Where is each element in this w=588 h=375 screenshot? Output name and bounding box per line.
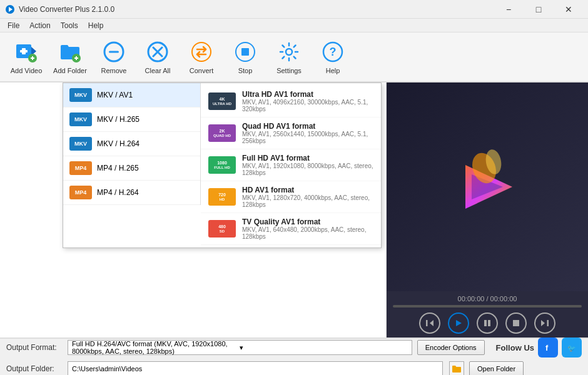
format-badge-mkv-h264: MKV — [69, 137, 92, 151]
format-item-mp4-h265[interactable]: MP4 MP4 / H.265 — [63, 156, 200, 181]
quality-badge-4k: 4KULTRA HD — [208, 92, 236, 110]
svg-rect-28 — [426, 320, 428, 326]
quality-list: 4KULTRA HD Ultra HD AV1 format MKV, AV1,… — [201, 83, 381, 248]
svg-point-17 — [192, 42, 211, 61]
format-item-mp4-h264[interactable]: MP4 MP4 / H.264 — [63, 181, 200, 205]
format-popup: MKV MKV / AV1 MKV MKV / H.265 MKV MKV / … — [63, 82, 382, 248]
settings-button[interactable]: Settings — [268, 34, 310, 79]
next-button[interactable] — [534, 312, 555, 334]
output-format-row: Output Format: Full HD H.264/AVC format … — [6, 338, 582, 358]
open-folder-button[interactable]: Open Folder — [469, 361, 524, 375]
format-badge-mp4-h264: MP4 — [69, 186, 92, 199]
quality-badge-720: 720HD — [208, 188, 236, 206]
playback-controls — [393, 312, 582, 334]
remove-button[interactable]: Remove — [93, 34, 135, 79]
maximize-button[interactable]: □ — [524, 0, 553, 19]
svg-text:?: ? — [330, 46, 337, 58]
quality-info-720: HD AV1 format MKV, AV1, 1280x720, 4000kb… — [242, 186, 373, 208]
format-badge-mp4-h265: MP4 — [69, 161, 92, 175]
quality-desc-1080: MKV, AV1, 1920x1080, 8000kbps, AAC, ster… — [242, 162, 373, 176]
settings-label: Settings — [276, 67, 302, 74]
app-logo — [450, 149, 525, 224]
svg-marker-27 — [430, 320, 433, 326]
remove-label: Remove — [101, 67, 127, 74]
convert-button[interactable]: Convert — [180, 34, 223, 79]
follow-us-label: Follow Us — [496, 343, 534, 352]
svg-point-20 — [286, 49, 292, 55]
menu-help[interactable]: Help — [83, 20, 109, 31]
browse-folder-button[interactable] — [449, 361, 464, 375]
add-folder-button[interactable]: Add Folder — [49, 34, 91, 79]
settings-icon — [276, 39, 302, 64]
title-bar: Video Converter Plus 2.1.0.0 − □ ✕ — [0, 0, 588, 19]
toolbar: Add Video Add Folder Remove — [0, 32, 588, 82]
close-button[interactable]: ✕ — [554, 0, 583, 19]
quality-badge-1080: 1080FULL HD — [208, 156, 236, 174]
format-item-mkv-h265[interactable]: MKV MKV / H.265 — [63, 108, 200, 132]
quality-title-2k: Quad HD AV1 format — [242, 122, 373, 131]
quality-item-1080[interactable]: 1080FULL HD Full HD AV1 format MKV, AV1,… — [201, 149, 381, 181]
play-button[interactable] — [448, 312, 469, 334]
minimize-button[interactable]: − — [494, 0, 523, 19]
svg-rect-31 — [488, 320, 490, 326]
svg-rect-34 — [547, 320, 549, 326]
format-badge-mkv-h265: MKV — [69, 112, 92, 126]
clear-all-label: Clear All — [145, 67, 171, 74]
format-name-mp4-h264: MP4 / H.264 — [97, 188, 139, 197]
twitter-button[interactable]: 🐦 — [562, 338, 582, 358]
quality-item-4k[interactable]: 4KULTRA HD Ultra HD AV1 format MKV, AV1,… — [201, 86, 381, 118]
output-folder-value: C:\Users\admin\Videos — [72, 365, 142, 372]
svg-rect-5 — [20, 50, 28, 52]
add-video-label: Add Video — [11, 67, 43, 74]
output-folder-input[interactable]: C:\Users\admin\Videos — [68, 361, 443, 375]
prev-button[interactable] — [419, 312, 440, 334]
svg-marker-33 — [541, 320, 545, 326]
format-name-mkv-av1: MKV / AV1 — [97, 91, 133, 99]
svg-rect-30 — [484, 320, 487, 326]
encoder-options-button[interactable]: Encoder Options — [417, 340, 485, 355]
svg-text:🐦: 🐦 — [567, 344, 576, 352]
app-icon — [5, 4, 15, 14]
facebook-button[interactable]: f — [538, 338, 558, 358]
format-item-mkv-h264[interactable]: MKV MKV / H.264 — [63, 132, 200, 156]
output-folder-label: Output Folder: — [6, 364, 63, 373]
file-panel: MKV MKV / AV1 MKV MKV / H.265 MKV MKV / … — [0, 82, 387, 338]
output-format-label: Output Format: — [6, 343, 63, 352]
clear-all-icon — [145, 39, 170, 64]
menu-file[interactable]: File — [3, 20, 24, 31]
stop-button[interactable]: Stop — [224, 34, 266, 79]
menu-tools[interactable]: Tools — [56, 20, 83, 31]
format-item-mkv-av1[interactable]: MKV MKV / AV1 — [63, 83, 200, 108]
quality-item-720[interactable]: 720HD HD AV1 format MKV, AV1, 1280x720, … — [201, 181, 381, 213]
quality-title-1080: Full HD AV1 format — [242, 154, 373, 162]
quality-desc-2k: MKV, AV1, 2560x1440, 15000kbps, AAC, 5.1… — [242, 131, 373, 144]
pause-button[interactable] — [477, 312, 498, 334]
menu-bar: File Action Tools Help — [0, 19, 588, 32]
stop-playback-button[interactable] — [505, 312, 527, 334]
svg-text:f: f — [545, 343, 549, 352]
convert-icon — [189, 39, 214, 64]
menu-action[interactable]: Action — [24, 20, 55, 31]
format-badge-mkv: MKV — [69, 88, 92, 102]
quality-info-1080: Full HD AV1 format MKV, AV1, 1920x1080, … — [242, 154, 373, 176]
quality-desc-720: MKV, AV1, 1280x720, 4000kbps, AAC, stere… — [242, 194, 373, 208]
quality-item-480[interactable]: 480SD TV Quality AV1 format MKV, AV1, 64… — [201, 213, 381, 245]
svg-rect-13 — [109, 51, 119, 53]
quality-info-4k: Ultra HD AV1 format MKV, AV1, 4096x2160,… — [242, 90, 373, 112]
video-preview — [387, 82, 588, 291]
window-title: Video Converter Plus 2.1.0.0 — [19, 5, 494, 14]
quality-title-720: HD AV1 format — [242, 186, 373, 194]
output-format-value: Full HD H.264/AVC format (MKV, AVC, 1920… — [72, 340, 240, 355]
quality-item-2k[interactable]: 2KQUAD HD Quad HD AV1 format MKV, AV1, 2… — [201, 118, 381, 149]
clear-all-button[interactable]: Clear All — [136, 34, 179, 79]
add-video-button[interactable]: Add Video — [5, 34, 48, 79]
quality-title-4k: Ultra HD AV1 format — [242, 90, 373, 99]
quality-title-480: TV Quality AV1 format — [242, 218, 373, 226]
help-label: Help — [326, 67, 340, 74]
quality-info-2k: Quad HD AV1 format MKV, AV1, 2560x1440, … — [242, 122, 373, 144]
format-name-mkv-h265: MKV / H.265 — [97, 115, 139, 124]
progress-bar[interactable] — [393, 305, 582, 308]
help-button[interactable]: ? Help — [312, 34, 354, 79]
dropdown-chevron-icon: ▾ — [240, 344, 407, 352]
output-format-select[interactable]: Full HD H.264/AVC format (MKV, AVC, 1920… — [68, 340, 412, 355]
